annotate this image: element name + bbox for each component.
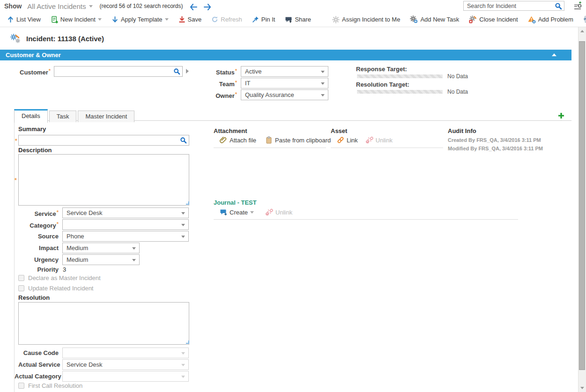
share-button[interactable]: Share: [285, 16, 311, 23]
paste-from-clipboard-button[interactable]: Paste from clipboard: [265, 136, 331, 144]
scroll-up-button[interactable]: [579, 27, 586, 35]
search-input[interactable]: [467, 3, 555, 9]
cause-code-select[interactable]: [62, 348, 189, 358]
detail-tabs: Details Task Master Incident: [14, 109, 134, 122]
add-tab-button[interactable]: [557, 111, 565, 119]
show-label: Show: [4, 2, 22, 10]
pin-it-button[interactable]: Pin It: [252, 16, 275, 23]
gear-icon: [332, 16, 340, 23]
resolution-textarea[interactable]: [18, 302, 189, 345]
collapse-arrow-icon[interactable]: [552, 53, 556, 56]
resize-grip-icon[interactable]: [186, 340, 189, 344]
category-select[interactable]: [62, 219, 189, 230]
advanced-search-button[interactable]: [573, 1, 582, 10]
view-selector-label: All Active Incidents: [27, 2, 86, 10]
customer-input[interactable]: [58, 68, 173, 75]
attach-file-button[interactable]: Attach file: [220, 136, 256, 144]
tab-details[interactable]: Details: [14, 109, 48, 123]
next-record-button[interactable]: [204, 2, 211, 10]
first-call-checkbox[interactable]: [18, 383, 24, 389]
scroll-down-icon: [580, 387, 584, 389]
category-label: Category: [18, 221, 59, 229]
status-select[interactable]: Active: [241, 66, 328, 77]
summary-label: Summary: [18, 126, 46, 133]
source-select[interactable]: Phone: [62, 231, 189, 242]
journal-unlink-button[interactable]: Unlink: [266, 208, 292, 216]
print-incident-button[interactable]: Print Incident: [583, 16, 586, 23]
team-select[interactable]: IT: [241, 78, 328, 89]
close-incident-button[interactable]: Close Incident: [469, 15, 518, 23]
vertical-scrollbar[interactable]: [578, 27, 586, 392]
refresh-button[interactable]: Refresh: [211, 16, 242, 23]
save-button[interactable]: Save: [178, 16, 202, 23]
chevron-down-icon: [181, 236, 185, 238]
search-icon[interactable]: [555, 2, 562, 10]
description-textarea[interactable]: [18, 154, 189, 206]
arrow-left-icon: [191, 4, 197, 10]
record-title-row: Incident: 11138 (Active): [0, 27, 578, 50]
scroll-up-icon: [580, 30, 584, 32]
resolution-target-label: Resolution Target:: [356, 81, 409, 88]
chevron-down-icon: [98, 18, 102, 21]
first-call-resolution-checkbox-row: First Call Resolution: [18, 382, 82, 389]
page-title: Incident: 11138 (Active): [26, 35, 104, 43]
chevron-down-icon: [181, 212, 185, 214]
save-icon: [178, 16, 185, 23]
actual-service-label: Actual Service: [18, 361, 59, 368]
owner-select[interactable]: Quality Assurance: [241, 89, 328, 100]
actual-service-select[interactable]: Service Desk: [62, 359, 189, 370]
actual-category-select[interactable]: [62, 371, 189, 382]
record-counter: (record 56 of 102 search records): [99, 3, 183, 9]
customer-owner-section-header[interactable]: Customer & Owner: [0, 50, 571, 60]
urgency-select[interactable]: Medium: [62, 254, 140, 265]
audit-created: Created By FRS_QA, 3/4/2016 3:11 PM: [448, 137, 541, 143]
search-icon[interactable]: [173, 68, 180, 75]
list-view-button[interactable]: List View: [7, 16, 41, 23]
audit-modified: Modified By FRS_QA, 3/4/2016 3:11 PM: [448, 146, 543, 151]
priority-value: 3: [63, 266, 66, 273]
declare-master-checkbox[interactable]: [18, 275, 24, 281]
resize-grip-icon[interactable]: [186, 201, 189, 205]
asset-link-button[interactable]: Link: [337, 136, 358, 144]
update-related-checkbox[interactable]: [18, 285, 24, 291]
add-new-task-button[interactable]: Add New Task: [410, 15, 459, 23]
attachment-actions: Attach file Paste from clipboard: [220, 136, 331, 144]
scrollbar-thumb[interactable]: [579, 41, 585, 370]
scroll-down-button[interactable]: [579, 384, 586, 392]
chevron-down-icon: [181, 364, 185, 366]
declare-master-label: Declare as Master Incident: [28, 274, 101, 281]
previous-record-button[interactable]: [190, 2, 197, 10]
section-title: Customer & Owner: [6, 52, 61, 59]
cause-code-label: Cause Code: [18, 349, 59, 356]
asset-actions: Link Unlink: [337, 136, 393, 144]
view-selector-dropdown[interactable]: All Active Incidents: [27, 2, 93, 10]
expand-arrow-icon[interactable]: [186, 69, 189, 74]
summary-input[interactable]: [22, 137, 180, 144]
service-label: Service: [18, 209, 59, 217]
tab-master-incident[interactable]: Master Incident: [78, 111, 134, 122]
status-label: Status: [197, 68, 237, 76]
impact-select[interactable]: Medium: [62, 243, 140, 253]
tab-task[interactable]: Task: [49, 111, 77, 122]
search-icon[interactable]: [180, 137, 187, 144]
update-related-incident-checkbox-row: Update Related Incident: [18, 285, 93, 292]
attachment-title: Attachment: [214, 127, 247, 134]
arrow-up-icon: [7, 16, 14, 23]
add-tab-icon: [557, 112, 565, 119]
service-select[interactable]: Service Desk: [62, 207, 189, 218]
chevron-down-icon: [250, 211, 254, 214]
assign-incident-to-me-button[interactable]: Assign Incident to Me: [332, 16, 400, 23]
add-problem-button[interactable]: Add Problem: [528, 16, 573, 23]
team-label: Team: [197, 80, 237, 88]
journal-create-button[interactable]: Create: [220, 209, 254, 216]
apply-template-button[interactable]: Apply Template: [111, 16, 169, 23]
asset-unlink-button[interactable]: Unlink: [366, 136, 393, 144]
chevron-down-icon: [321, 82, 325, 85]
chevron-down-icon: [181, 352, 185, 355]
chevron-down-icon: [89, 5, 93, 7]
resolution-target-value: No Data: [447, 89, 468, 95]
advanced-search-icon: [573, 1, 582, 10]
chevron-down-icon: [165, 18, 169, 21]
action-toolbar: List View New Incident Apply Template Sa…: [0, 12, 586, 27]
new-incident-button[interactable]: New Incident: [51, 16, 102, 23]
